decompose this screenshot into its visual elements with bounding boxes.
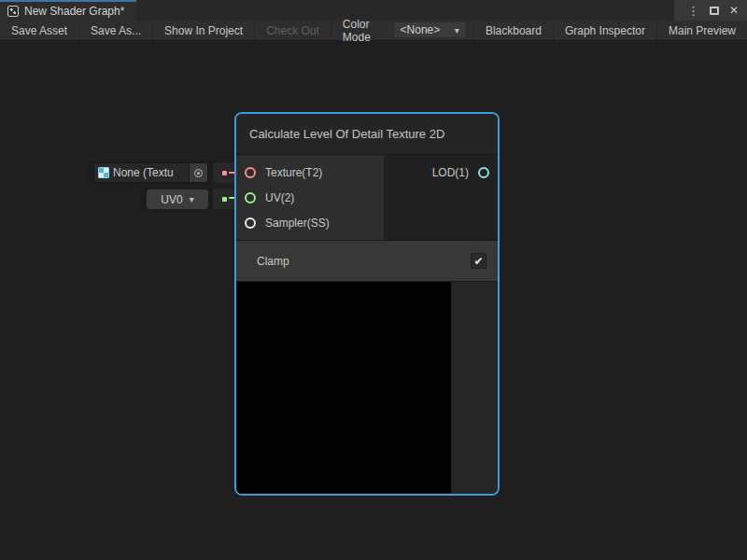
port-row-texture: Texture(T2) — [236, 160, 384, 185]
chevron-down-icon: ▾ — [455, 25, 459, 35]
color-mode-dropdown[interactable]: <None> ▾ — [394, 22, 466, 37]
input-port-uv[interactable] — [245, 192, 256, 203]
uv-dropdown-value: UV0 — [161, 193, 182, 206]
node-preview-section — [236, 282, 498, 494]
uv-channel-dropdown[interactable]: UV0 ▾ — [147, 189, 208, 209]
uv-connector-box — [213, 189, 235, 209]
texture-object-field[interactable]: None (Textu — [93, 162, 208, 183]
close-icon[interactable]: ✕ — [729, 5, 739, 16]
input-port-sampler[interactable] — [245, 217, 256, 229]
tab-title: New Shader Graph* — [24, 5, 124, 18]
port-row-sampler: Sampler(SS) — [236, 210, 384, 235]
color-mode-value: <None> — [401, 23, 441, 36]
node-calculate-lod-texture2d[interactable]: Calculate Level Of Detail Texture 2D Tex… — [234, 112, 500, 496]
port-row-uv: UV(2) — [236, 185, 384, 210]
uv-connector-dot[interactable] — [222, 197, 227, 202]
graph-inspector-button[interactable]: Graph Inspector — [553, 21, 656, 40]
maximize-icon[interactable] — [710, 7, 719, 15]
tab-new-shader-graph[interactable]: New Shader Graph* — [0, 0, 136, 21]
graph-toolbar: Save Asset Save As... Show In Project Ch… — [0, 21, 747, 41]
port-label-texture: Texture(T2) — [265, 166, 322, 179]
clamp-label: Clamp — [257, 255, 289, 268]
texture-field-value: None (Textu — [113, 166, 189, 179]
check-out-button: Check Out — [255, 21, 331, 40]
shader-graph-window: New Shader Graph* ⋮ ✕ Save Asset Save As… — [0, 0, 747, 560]
texture-input-group: None (Textu — [87, 161, 215, 185]
node-title: Calculate Level Of Detail Texture 2D — [236, 114, 498, 155]
port-label-uv: UV(2) — [265, 191, 294, 204]
blackboard-button[interactable]: Blackboard — [473, 21, 553, 40]
main-preview-button[interactable]: Main Preview — [656, 21, 747, 40]
node-port-section: Texture(T2) UV(2) Sampler(SS) LOD(1) — [236, 155, 498, 241]
show-in-project-button[interactable]: Show In Project — [153, 21, 255, 40]
input-ports: Texture(T2) UV(2) Sampler(SS) — [236, 155, 384, 240]
color-mode-label: Color Mode — [331, 21, 394, 40]
clamp-checkbox[interactable]: ✔ — [471, 253, 486, 269]
save-asset-button[interactable]: Save Asset — [0, 21, 79, 40]
port-label-lod: LOD(1) — [432, 166, 469, 179]
port-label-sampler: Sampler(SS) — [265, 217, 330, 230]
window-menu-icon[interactable]: ⋮ — [687, 5, 699, 17]
object-picker-icon — [194, 169, 203, 177]
node-preview-image — [236, 282, 451, 494]
output-port-lod[interactable] — [478, 167, 489, 178]
object-picker-button[interactable] — [189, 163, 207, 182]
chevron-down-icon: ▾ — [190, 194, 194, 204]
uv-input-group: UV0 ▾ — [140, 188, 215, 211]
graph-canvas[interactable]: None (Textu UV0 ▾ Calculate Level Of Det — [0, 41, 747, 560]
window-controls: ⋮ ✕ — [674, 0, 747, 21]
clamp-row: Clamp ✔ — [236, 241, 498, 282]
texture-connector-dot[interactable] — [222, 171, 227, 175]
save-as-button[interactable]: Save As... — [79, 21, 153, 40]
port-row-lod: LOD(1) — [432, 160, 489, 185]
shader-graph-asset-icon — [7, 6, 19, 17]
texture-checker-icon — [98, 167, 109, 178]
output-ports: LOD(1) — [384, 155, 498, 240]
input-port-texture[interactable] — [245, 167, 256, 178]
